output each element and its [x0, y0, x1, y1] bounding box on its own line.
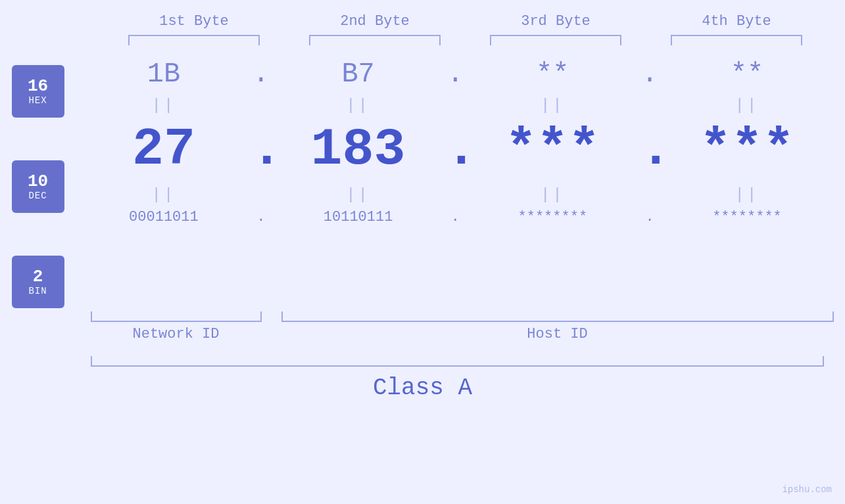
bin-badge: 2 BIN [12, 256, 64, 308]
dec-b2: 183 [286, 120, 431, 179]
bin-dot3: . [640, 209, 660, 225]
eq2-b1: || [91, 186, 236, 204]
dec-row: 27 . 183 . *** . *** [84, 120, 827, 179]
bracket-top-3 [490, 35, 621, 45]
hex-dot1: . [251, 58, 271, 90]
dec-badge: 10 DEC [12, 160, 64, 213]
class-label: Class A [373, 375, 472, 401]
byte-headers-row: 1st Byte 2nd Byte 3rd Byte 4th Byte [104, 13, 827, 30]
main-container: 1st Byte 2nd Byte 3rd Byte 4th Byte 16 H… [0, 0, 845, 504]
host-id-bracket-line [281, 311, 834, 322]
watermark: ipshu.com [782, 484, 832, 495]
network-id-bracket-line [91, 311, 262, 322]
eq1-b2: || [286, 97, 431, 114]
dec-badge-number: 10 [28, 172, 48, 191]
network-id-label: Network ID [132, 326, 219, 342]
bin-badge-number: 2 [33, 267, 43, 286]
hex-badge-number: 16 [28, 77, 48, 96]
eq1-b3: || [480, 97, 625, 114]
content-grid: 1B . B7 . ** . ** || || || || 27 [84, 58, 834, 235]
dec-badge-label: DEC [28, 191, 47, 201]
top-brackets [104, 35, 827, 45]
bin-b2: 10110111 [286, 209, 431, 225]
byte2-header: 2nd Byte [296, 13, 454, 30]
main-area: 16 HEX 10 DEC 2 BIN 1B . B7 . ** . ** [12, 58, 834, 308]
hex-dot3: . [640, 58, 660, 90]
class-label-row: Class A [12, 375, 834, 401]
hex-b3: ** [480, 58, 625, 90]
host-id-bracket: Host ID [281, 311, 834, 342]
hex-dot2: . [445, 58, 465, 90]
badges-column: 16 HEX 10 DEC 2 BIN [12, 65, 64, 308]
equals-row-2: || || || || [84, 186, 827, 204]
hex-badge: 16 HEX [12, 65, 64, 118]
bin-dot2: . [445, 209, 465, 225]
bin-row: 00011011 . 10110111 . ******** . *******… [84, 209, 827, 225]
dec-b1: 27 [91, 120, 236, 179]
dec-b4: *** [675, 120, 819, 179]
eq1-b4: || [675, 97, 819, 114]
bin-badge-label: BIN [28, 286, 47, 296]
dec-dot1: . [251, 120, 271, 179]
bin-b4: ******** [675, 209, 819, 225]
bracket-top-2 [309, 35, 441, 45]
eq2-b2: || [286, 186, 431, 204]
byte4-header: 4th Byte [658, 13, 815, 30]
bracket-top-4 [671, 35, 802, 45]
hex-b1: 1B [91, 58, 236, 90]
hex-badge-label: HEX [28, 95, 47, 106]
dec-b3: *** [480, 120, 625, 179]
eq1-b1: || [91, 97, 236, 114]
hex-b4: ** [675, 58, 819, 90]
byte3-header: 3rd Byte [477, 13, 635, 30]
dec-dot2: . [445, 120, 465, 179]
dec-dot3: . [640, 120, 660, 179]
host-id-label: Host ID [527, 326, 587, 342]
bin-b1: 00011011 [91, 209, 236, 225]
bracket-top-1 [128, 35, 260, 45]
hex-b2: B7 [286, 58, 431, 90]
eq2-b4: || [675, 186, 819, 204]
bin-b3: ******** [480, 209, 625, 225]
hex-row: 1B . B7 . ** . ** [84, 58, 827, 90]
class-section: Class A [12, 356, 834, 401]
equals-row-1: || || || || [84, 97, 827, 114]
bin-dot1: . [251, 209, 271, 225]
class-bracket [91, 356, 824, 367]
network-id-bracket: Network ID [91, 311, 262, 342]
bottom-section: Network ID Host ID [12, 311, 834, 351]
eq2-b3: || [480, 186, 625, 204]
byte1-header: 1st Byte [115, 13, 273, 30]
